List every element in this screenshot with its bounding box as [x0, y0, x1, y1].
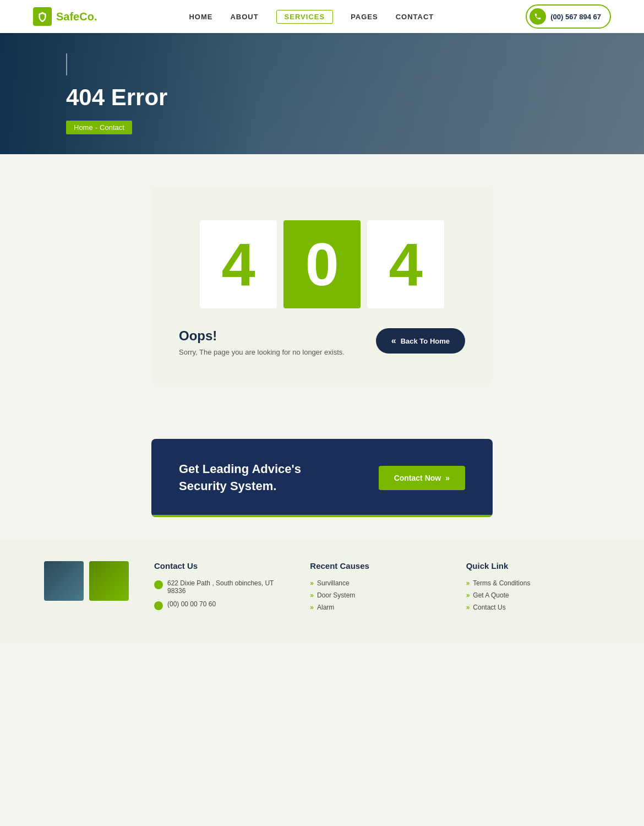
cta-heading: Get Leading Advice's Security System.: [179, 461, 301, 495]
cta-box: Get Leading Advice's Security System. Co…: [151, 439, 493, 517]
contact-now-label: Contact Now: [394, 474, 441, 482]
hero-divider: [66, 53, 67, 75]
error-text: Oops! Sorry, The page you are looking fo…: [179, 328, 345, 356]
recent-item-0[interactable]: Survillance: [310, 579, 444, 587]
back-home-button[interactable]: « Back To Home: [376, 328, 465, 354]
contact-now-arrows-icon: »: [445, 474, 450, 482]
recent-item-2[interactable]: Alarm: [310, 604, 444, 611]
footer-quick-title: Quick Link: [466, 561, 600, 570]
nav-item-services[interactable]: SERVICES: [276, 12, 334, 21]
footer-quick: Quick Link Terms & Conditions Get A Quot…: [466, 561, 600, 616]
error-message: Sorry, The page you are looking for no l…: [179, 348, 345, 356]
hero-content: 404 Error Home - Contact: [0, 53, 167, 134]
error-box: 4 0 4 Oops! Sorry, The page you are look…: [151, 187, 493, 384]
cta-section: Get Leading Advice's Security System. Co…: [0, 417, 644, 539]
phone-footer-icon: [154, 601, 163, 610]
footer-recent-title: Recent Causes: [310, 561, 444, 570]
brand-name: SafeCo.: [56, 10, 97, 23]
logo[interactable]: SafeCo.: [33, 7, 97, 26]
error-digits: 4 0 4: [179, 220, 465, 308]
breadcrumb-separator: -: [95, 123, 97, 132]
navbar: SafeCo. HOME ABOUT SERVICES PAGES CONTAC…: [0, 0, 644, 33]
recent-item-1[interactable]: Door System: [310, 591, 444, 599]
footer-address: 622 Dixie Path , South obinches, UT 9833…: [154, 579, 288, 595]
breadcrumb-home[interactable]: Home: [74, 123, 93, 132]
footer-contact-title: Contact Us: [154, 561, 288, 570]
quick-item-1[interactable]: Get A Quote: [466, 591, 600, 599]
nav-item-pages[interactable]: PAGES: [351, 12, 378, 21]
nav-item-about[interactable]: ABOUT: [230, 12, 258, 21]
nav-links: HOME ABOUT SERVICES PAGES CONTACT: [189, 12, 434, 21]
digit-middle: 0: [283, 220, 361, 308]
logo-icon: [33, 7, 52, 26]
back-arrow-icon: «: [391, 336, 396, 346]
footer-images: [44, 561, 132, 616]
footer-quick-list: Terms & Conditions Get A Quote Contact U…: [466, 579, 600, 611]
contact-now-button[interactable]: Contact Now »: [379, 466, 465, 490]
address-icon: [154, 580, 163, 589]
phone-icon: [530, 8, 546, 25]
footer-recent-list: Survillance Door System Alarm: [310, 579, 444, 611]
footer-recent: Recent Causes Survillance Door System Al…: [310, 561, 444, 616]
phone-button[interactable]: (00) 567 894 67: [526, 4, 611, 29]
hero-title: 404 Error: [66, 84, 167, 111]
hero-section: 404 Error Home - Contact: [0, 33, 644, 154]
digit-right: 4: [367, 220, 444, 308]
error-heading: Oops!: [179, 328, 345, 344]
footer-contact: Contact Us 622 Dixie Path , South obinch…: [154, 561, 288, 616]
nav-item-home[interactable]: HOME: [189, 12, 212, 21]
footer-img-1: [44, 561, 84, 601]
phone-number: (00) 567 894 67: [550, 13, 601, 21]
error-bottom: Oops! Sorry, The page you are looking fo…: [179, 328, 465, 356]
nav-item-contact[interactable]: CONTACT: [396, 12, 434, 21]
breadcrumb: Home - Contact: [66, 121, 132, 134]
footer-phone: (00) 00 00 70 60: [154, 600, 288, 610]
quick-item-0[interactable]: Terms & Conditions: [466, 579, 600, 587]
quick-item-2[interactable]: Contact Us: [466, 604, 600, 611]
cta-text: Get Leading Advice's Security System.: [179, 461, 301, 495]
digit-left: 4: [200, 220, 277, 308]
breadcrumb-current: Contact: [100, 123, 124, 132]
back-home-label: Back To Home: [401, 337, 450, 345]
footer-img-2: [89, 561, 129, 601]
error-section: 4 0 4 Oops! Sorry, The page you are look…: [0, 154, 644, 417]
footer-grid: Contact Us 622 Dixie Path , South obinch…: [44, 561, 600, 616]
footer: Contact Us 622 Dixie Path , South obinch…: [0, 539, 644, 643]
